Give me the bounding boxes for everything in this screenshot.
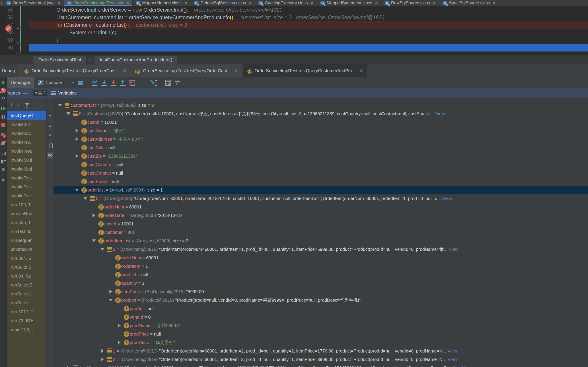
close-icon[interactable]: ✕ (433, 0, 436, 5)
chevron-down-icon[interactable] (65, 112, 72, 115)
chevron-right-icon[interactable] (115, 341, 123, 344)
move-watch-down-icon[interactable]: ▼ (47, 132, 53, 138)
chevron-right-icon[interactable] (98, 349, 106, 353)
variable-row[interactable]: 0 = {OrderItem@2912} "OrderItem(orderNum… (54, 245, 588, 253)
variable-row[interactable]: fprodName = "荣耀9999X" (54, 321, 588, 330)
code-line-56[interactable]: 56List<Customer> customerList = orderSer… (0, 14, 588, 21)
variable-row[interactable]: 0 = {Customer@2890} "Customer(custId=100… (54, 109, 588, 118)
tab-debugger[interactable]: Debugger (7, 77, 34, 88)
chevron-right-icon[interactable] (115, 324, 123, 327)
step-into-icon[interactable] (100, 79, 108, 87)
breadcrumb-item[interactable]: OrderServiceImplTest (33, 56, 86, 64)
variable-row[interactable]: fcustContact = null (54, 169, 588, 177)
panel-header-arrow-icon[interactable]: → (580, 91, 584, 96)
code-line-57[interactable]: 57✓−for (Customer c : customerList) {cus… (0, 21, 588, 29)
restore-layout-icon[interactable] (0, 159, 6, 165)
view-link[interactable]: View (448, 247, 458, 252)
stack-frame-row[interactable]: privateRun (7, 245, 46, 254)
debug-badge-9-icon[interactable]: 9 (1, 88, 6, 93)
variable-row[interactable]: fcustName = "张三" (54, 126, 588, 135)
stack-frame-row[interactable]: invoke0:-1, (7, 120, 46, 129)
variable-row[interactable]: 2 = {OrderItem@2914} "OrderItem(orderNum… (54, 355, 588, 364)
view-options-icon[interactable] (173, 79, 181, 87)
step-out-icon[interactable] (119, 79, 127, 87)
stack-frame-row[interactable]: run:1017, T (7, 307, 46, 316)
stack-frame-row[interactable]: runSuite:5 (7, 263, 46, 272)
pin-output-icon[interactable]: →▪ (68, 80, 74, 85)
close-icon[interactable]: ✕ (493, 0, 496, 5)
pause-icon[interactable] (0, 114, 6, 119)
add-watch-icon[interactable]: ＋ (47, 103, 53, 108)
variable-row[interactable]: fproduct = {Product@2919} "Product(prodI… (54, 296, 588, 304)
close-icon[interactable]: ✕ (359, 68, 363, 73)
code-line-60[interactable]: 60−} (0, 44, 588, 51)
chevron-right-icon[interactable] (107, 290, 114, 294)
variable-row[interactable]: fcustCountry = null (54, 160, 588, 169)
chevron-down-icon[interactable] (107, 299, 114, 301)
stack-frame-row[interactable]: runTest:45 (7, 227, 46, 236)
refresh-icon[interactable]: ⟲ (0, 95, 6, 101)
variable-row[interactable]: fprodPrice = null (54, 330, 588, 338)
stack-frame-row[interactable]: testQueryC (7, 111, 46, 120)
variable-row[interactable]: forderList = {ArrayList@2904} size = 1 (54, 186, 588, 194)
stack-frame-row[interactable]: invokeMetl (7, 156, 46, 165)
fold-marker-icon[interactable]: − (16, 49, 21, 54)
close-icon[interactable]: ✕ (57, 0, 61, 5)
resume-icon[interactable] (0, 106, 6, 111)
stack-frame-row[interactable]: run:505, T (7, 218, 46, 227)
chevron-right-icon[interactable] (90, 213, 98, 217)
filter-frames-icon[interactable] (25, 103, 29, 106)
stop-icon[interactable] (0, 122, 6, 127)
view-link[interactable]: View (461, 366, 472, 367)
variable-row[interactable]: fcustEmail = null (54, 177, 588, 186)
code-editor[interactable]: 55OrderServiceImpl orderService = new Or… (0, 6, 588, 55)
force-step-into-icon[interactable] (109, 79, 117, 87)
chevron-right-icon[interactable] (73, 154, 81, 158)
code-line-59[interactable]: 59−} (0, 36, 588, 44)
variable-row[interactable]: fcustCity = null (54, 143, 588, 152)
close-icon[interactable]: ✕ (310, 0, 314, 5)
chevron-down-icon[interactable] (82, 197, 89, 200)
chevron-right-icon[interactable] (65, 366, 72, 367)
editor-tab-staticsqlsource-class[interactable]: CStaticSqlSource.class✕ (439, 0, 499, 6)
remove-watch-icon[interactable]: − (47, 113, 53, 118)
drop-frame-icon[interactable] (128, 79, 136, 87)
variable-row[interactable]: fcustZip = "13965211389" (54, 152, 588, 160)
run-to-cursor-icon[interactable] (150, 79, 158, 87)
code-line-58[interactable]: 58System.out.println(c); (0, 29, 588, 36)
evaluate-expression-icon[interactable] (164, 79, 172, 87)
chevron-down-icon[interactable] (98, 248, 106, 250)
fold-marker-icon[interactable]: − (16, 26, 21, 31)
stack-frame-row[interactable]: invoke:62, (7, 129, 46, 138)
stack-frame-row[interactable]: invokeTest (7, 182, 46, 191)
variable-row[interactable]: fvendId = 0 (54, 313, 588, 321)
close-icon[interactable]: ✕ (249, 0, 252, 5)
variable-row[interactable]: forderNum = 60001 (54, 253, 588, 262)
close-icon[interactable]: ✕ (123, 68, 127, 73)
prev-frame-icon[interactable]: ↑ (10, 102, 13, 107)
stack-frame-row[interactable]: run:84, Su (7, 272, 46, 281)
editor-tab-orderserviceimpl-java[interactable]: COrderServiceImpl.java✕ (3, 0, 64, 6)
stack-frame-row[interactable]: run:109, T (7, 200, 46, 209)
view-breakpoints-icon[interactable] (0, 132, 6, 138)
stack-frame-row[interactable]: invokeMetl (7, 165, 46, 174)
editor-tab-cachingexecutor-class[interactable]: CCachingExecutor.class✕ (255, 0, 317, 6)
stack-frame-row[interactable]: run:73, IDE (7, 316, 46, 325)
debug-session-tab-1[interactable]: TNGOrderServiceImplTest.testQueryOrderCu… (19, 64, 131, 77)
editor-tab-defaultsqlsession-class[interactable]: CDefaultSqlSession.class✕ (191, 0, 255, 6)
view-link[interactable]: View (441, 196, 452, 201)
duplicate-watch-icon[interactable] (47, 142, 53, 148)
settings-icon[interactable]: ⚙ (0, 167, 6, 173)
editor-tab-mappedstatement-class[interactable]: CMappedStatement.class✕ (317, 0, 382, 6)
stack-frame-row[interactable]: main:123, | (7, 325, 46, 334)
thread-dump-icon[interactable] (0, 151, 6, 157)
chevron-right-icon[interactable] (98, 358, 106, 361)
variable-row[interactable]: forderItemList = {ArrayList@2909} size =… (54, 237, 588, 245)
tab-console[interactable]: ⬇ Console (34, 77, 66, 88)
variable-row[interactable]: fitemPrice = {BigDecimal@2918} "5999.00" (54, 287, 588, 296)
editor-tab-mappermethod-class[interactable]: CMapperMethod.class✕ (133, 0, 191, 6)
stack-frame-row[interactable]: invokeTest (7, 191, 46, 200)
chevron-right-icon[interactable] (73, 129, 81, 133)
variable-row[interactable]: fcustId = 10001 (54, 118, 588, 126)
stack-frame-row[interactable]: runSequen (7, 236, 46, 245)
